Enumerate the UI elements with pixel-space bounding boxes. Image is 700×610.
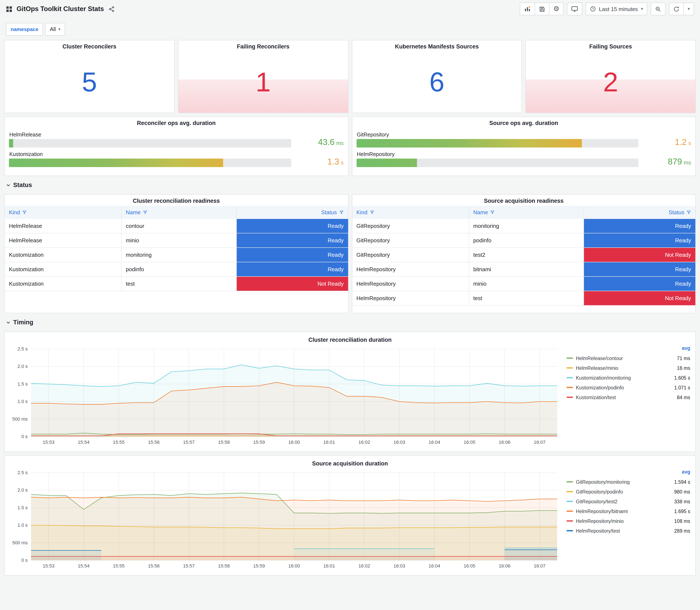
gauge-track bbox=[356, 159, 638, 167]
legend-item[interactable]: Kustomization/test84 ms bbox=[567, 392, 691, 402]
legend-item[interactable]: Kustomization/podinfo1.071 s bbox=[567, 383, 691, 392]
panel-title[interactable]: Source acquisition duration bbox=[9, 458, 691, 468]
legend-avg-value: 1.605 s bbox=[674, 375, 691, 380]
svg-text:1.5 s: 1.5 s bbox=[17, 381, 28, 387]
time-series-plot[interactable]: 0 s500 ms1.0 s1.5 s2.0 s2.5 s15:5315:541… bbox=[9, 345, 561, 447]
table-row: KustomizationpodinfoReady bbox=[5, 262, 348, 276]
status-badge: Ready bbox=[584, 219, 695, 233]
status-badge: Ready bbox=[237, 234, 348, 247]
table-row: GitRepositorymonitoringReady bbox=[352, 219, 695, 233]
refresh-button[interactable] bbox=[669, 2, 684, 15]
legend-item[interactable]: Kustomization/monitoring1.605 s bbox=[567, 373, 691, 383]
panel-title[interactable]: Source acquisition readiness bbox=[352, 195, 695, 206]
series-color-dash bbox=[567, 387, 573, 388]
column-header-name[interactable]: Name bbox=[469, 206, 584, 219]
save-icon bbox=[539, 6, 545, 12]
panel-title[interactable]: Source ops avg. duration bbox=[356, 117, 692, 128]
refresh-icon bbox=[673, 6, 680, 12]
chevron-down-icon: ▾ bbox=[641, 7, 643, 11]
zoom-out-button[interactable] bbox=[651, 2, 666, 15]
cell-name: test bbox=[121, 276, 236, 291]
column-header-status[interactable]: Status bbox=[584, 206, 695, 219]
dashboards-grid-icon[interactable] bbox=[6, 6, 12, 12]
stat-body: 5 bbox=[5, 51, 174, 113]
legend-item[interactable]: GitRepository/test2338 ms bbox=[567, 497, 691, 506]
legend-avg-header: avg bbox=[567, 469, 691, 477]
stat-panel-cluster-reconcilers: Cluster Reconcilers5 bbox=[4, 40, 175, 113]
svg-text:2.5 s: 2.5 s bbox=[17, 346, 28, 352]
svg-text:0 s: 0 s bbox=[21, 558, 28, 563]
svg-text:16:07: 16:07 bbox=[534, 439, 546, 445]
panel-title[interactable]: Failing Reconcilers bbox=[179, 41, 348, 51]
series-color-dash bbox=[567, 357, 573, 359]
stat-value: 2 bbox=[603, 68, 618, 96]
add-panel-button[interactable] bbox=[520, 2, 535, 15]
svg-text:15:54: 15:54 bbox=[78, 439, 89, 445]
cell-kind: Kustomization bbox=[5, 247, 121, 262]
cell-name: bitnami bbox=[469, 262, 584, 276]
legend-item[interactable]: HelmRepository/test289 ms bbox=[567, 526, 691, 535]
panel-title[interactable]: Cluster reconciliation readiness bbox=[5, 195, 348, 206]
stat-panel-kubernetes-manifests-sources: Kubernetes Manifests Sources6 bbox=[352, 40, 522, 113]
share-icon[interactable] bbox=[108, 6, 115, 12]
svg-text:16:01: 16:01 bbox=[323, 439, 335, 445]
gauge-fill bbox=[9, 159, 223, 167]
status-badge: Ready bbox=[237, 248, 348, 262]
svg-text:16:00: 16:00 bbox=[288, 439, 300, 445]
legend-series-name: Kustomization/monitoring bbox=[576, 375, 674, 380]
gauge-value: 43.6ms bbox=[296, 138, 344, 147]
svg-text:16:05: 16:05 bbox=[464, 563, 475, 568]
svg-text:16:07: 16:07 bbox=[534, 563, 546, 568]
dashboard-settings-button[interactable]: ⚙ bbox=[549, 2, 564, 15]
legend-series-name: HelmRepository/test bbox=[576, 528, 674, 533]
row-toggle-status[interactable]: Status bbox=[4, 176, 696, 191]
chevron-down-icon: ▾ bbox=[59, 27, 61, 31]
column-header-name[interactable]: Name bbox=[121, 206, 236, 219]
refresh-interval-dropdown[interactable]: ▾ bbox=[683, 2, 694, 15]
namespace-select[interactable]: All ▾ bbox=[45, 23, 65, 36]
stat-panels-row: Cluster Reconcilers5Failing Reconcilers1… bbox=[4, 40, 696, 113]
gauge-value: 1.3s bbox=[296, 157, 344, 167]
column-header-kind[interactable]: Kind bbox=[352, 206, 469, 219]
cycle-view-mode-button[interactable] bbox=[567, 2, 582, 15]
cell-name: test bbox=[469, 291, 584, 305]
status-badge: Ready bbox=[584, 234, 695, 247]
legend-item[interactable]: GitRepository/podinfo980 ms bbox=[567, 487, 691, 497]
bargauge-panel-reconciler-ops-avg-duration: Reconciler ops avg. durationHelmRelease4… bbox=[4, 116, 348, 176]
cell-kind: HelmRepository bbox=[352, 262, 469, 276]
monitor-icon bbox=[571, 5, 578, 12]
time-series-plot[interactable]: 0 s500 ms1.0 s1.5 s2.0 s2.5 s15:5315:541… bbox=[9, 468, 561, 571]
save-dashboard-button[interactable] bbox=[535, 2, 550, 15]
gauge-value: 1.2s bbox=[644, 138, 691, 147]
svg-text:15:53: 15:53 bbox=[43, 563, 54, 568]
legend-item[interactable]: HelmRelease/contour71 ms bbox=[567, 353, 691, 363]
cell-name: test2 bbox=[469, 247, 584, 262]
legend-item[interactable]: HelmRepository/minio108 ms bbox=[567, 516, 691, 526]
legend-avg-value: 84 ms bbox=[677, 395, 691, 400]
panel-title[interactable]: Cluster Reconcilers bbox=[5, 41, 174, 51]
svg-text:500 ms: 500 ms bbox=[12, 540, 28, 545]
stat-body: 1 bbox=[179, 51, 348, 113]
panel-title[interactable]: Cluster reconciliation duration bbox=[9, 334, 691, 345]
panel-title[interactable]: Reconciler ops avg. duration bbox=[8, 117, 344, 128]
legend-series-name: HelmRepository/minio bbox=[576, 518, 674, 524]
panel-title[interactable]: Failing Sources bbox=[526, 41, 696, 51]
time-range-picker[interactable]: Last 15 minutes ▾ bbox=[586, 2, 647, 15]
svg-text:16:05: 16:05 bbox=[464, 439, 475, 445]
row-toggle-timing[interactable]: Timing bbox=[4, 313, 696, 328]
column-header-status[interactable]: Status bbox=[236, 206, 348, 219]
cell-name: monitoring bbox=[121, 247, 236, 262]
clock-icon bbox=[590, 6, 596, 12]
svg-text:16:06: 16:06 bbox=[499, 563, 510, 568]
legend-item[interactable]: HelmRepository/bitnami1.695 s bbox=[567, 506, 691, 516]
column-header-kind[interactable]: Kind bbox=[5, 206, 121, 219]
stat-body: 2 bbox=[526, 51, 696, 113]
panel-title[interactable]: Kubernetes Manifests Sources bbox=[352, 41, 522, 51]
series-color-dash bbox=[567, 397, 573, 398]
gear-icon: ⚙ bbox=[553, 5, 559, 12]
template-variables-row: namespace All ▾ bbox=[0, 18, 700, 36]
svg-text:0 s: 0 s bbox=[21, 434, 28, 439]
legend-item[interactable]: HelmRelease/minio16 ms bbox=[567, 363, 691, 373]
legend-item[interactable]: GitRepository/monitoring1.594 s bbox=[567, 477, 691, 487]
bargauge-panel-source-ops-avg-duration: Source ops avg. durationGitRepository1.2… bbox=[352, 116, 696, 176]
